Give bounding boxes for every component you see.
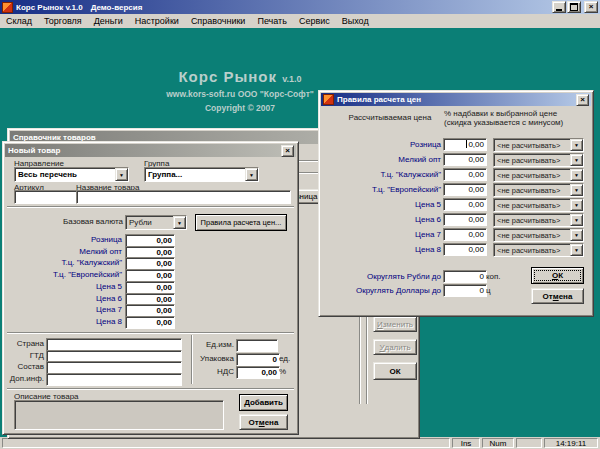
section-divider bbox=[7, 206, 294, 208]
app-icon bbox=[2, 2, 13, 13]
base-currency-combobox[interactable]: Рубли ▼ bbox=[125, 215, 187, 230]
new-product-title: Новый товар bbox=[5, 146, 60, 155]
price-rules-dialog: Правила расчета цен × Рассчитываемая цен… bbox=[318, 90, 594, 317]
article-input[interactable] bbox=[14, 190, 77, 204]
menu-item-dengi[interactable]: Деньги bbox=[88, 16, 129, 26]
rule-method-combobox[interactable]: <не расчитывать>▼ bbox=[493, 228, 584, 242]
price-label: Мелкий опт bbox=[7, 247, 122, 256]
menu-item-vyhod[interactable]: Выход bbox=[336, 16, 375, 26]
round-dollars-input[interactable]: 0 bbox=[443, 284, 487, 297]
rule-method-combobox[interactable]: <не расчитывать>▼ bbox=[493, 168, 584, 182]
chevron-down-icon[interactable]: ▼ bbox=[570, 139, 583, 151]
menu-bar: Склад Торговля Деньги Настройки Справочн… bbox=[0, 14, 600, 29]
maximize-button[interactable] bbox=[567, 1, 581, 13]
menu-item-servis[interactable]: Сервис bbox=[293, 16, 336, 26]
chevron-down-icon[interactable]: ▼ bbox=[570, 154, 583, 166]
rule-label: Цена 8 bbox=[323, 245, 441, 254]
unit-label: Ед.изм. bbox=[199, 340, 234, 349]
rule-label: Цена 5 bbox=[323, 200, 441, 209]
cancel-button[interactable]: Отмена bbox=[239, 414, 288, 430]
rule-markup-input[interactable]: 0,00 bbox=[443, 243, 487, 256]
round-rubles-label: Округлять Рубли до bbox=[323, 272, 441, 281]
main-titlebar: Корс Рынок v.1.0 Демо-версия × bbox=[0, 0, 600, 14]
price-label: Цена 7 bbox=[7, 305, 122, 314]
maximize-icon bbox=[570, 3, 578, 11]
app-icon bbox=[323, 94, 334, 105]
vat-unit-label: % bbox=[279, 367, 286, 376]
rule-markup-input[interactable]: 0,00 bbox=[443, 183, 487, 196]
unit-input[interactable] bbox=[236, 339, 278, 352]
price-rules-titlebar[interactable]: Правила расчета цен × bbox=[321, 93, 591, 106]
price-rules-button[interactable]: Правила расчета цен... bbox=[195, 214, 287, 231]
ok-button[interactable]: ОК bbox=[373, 362, 417, 380]
main-window-title: Корс Рынок v.1.0 bbox=[13, 3, 83, 12]
menu-item-sklad[interactable]: Склад bbox=[0, 16, 38, 26]
chevron-down-icon[interactable]: ▼ bbox=[570, 169, 583, 181]
status-clock: 14:19:11 bbox=[544, 438, 598, 448]
chevron-down-icon[interactable]: ▼ bbox=[245, 168, 258, 181]
status-message-panel bbox=[2, 438, 450, 448]
delete-button[interactable]: Удалить bbox=[373, 339, 417, 355]
packing-label: Упаковка bbox=[199, 354, 234, 363]
add-button[interactable]: Добавить bbox=[239, 394, 288, 411]
rule-method-combobox[interactable]: <не расчитывать>▼ bbox=[493, 198, 584, 212]
demo-mode-label: Демо-версия bbox=[83, 3, 143, 12]
price-label: Цена 5 bbox=[7, 282, 122, 291]
extra-info-label: Доп.инф. bbox=[7, 374, 44, 383]
rule-method-combobox[interactable]: <не расчитывать>▼ bbox=[493, 243, 584, 257]
cancel-button[interactable]: Отмена bbox=[531, 288, 584, 304]
close-icon: × bbox=[589, 3, 594, 11]
menu-item-torgovlya[interactable]: Торговля bbox=[38, 16, 88, 26]
rule-markup-input[interactable]: 0,00 bbox=[443, 168, 487, 181]
rule-label: Цена 7 bbox=[323, 230, 441, 239]
rule-method-combobox[interactable]: <не расчитывать>▼ bbox=[493, 153, 584, 167]
new-product-titlebar[interactable]: Новый товар × bbox=[5, 144, 296, 157]
ok-button[interactable]: ОК bbox=[531, 267, 584, 284]
close-button[interactable]: × bbox=[584, 1, 598, 13]
chevron-down-icon[interactable]: ▼ bbox=[115, 168, 128, 181]
round-rubles-unit: коп. bbox=[486, 272, 501, 281]
menu-item-pechat[interactable]: Печать bbox=[251, 16, 292, 26]
chevron-down-icon[interactable]: ▼ bbox=[570, 214, 583, 226]
rule-markup-input[interactable]: 0,00 bbox=[443, 213, 487, 226]
rule-markup-input[interactable]: 0,00 bbox=[443, 138, 487, 151]
chevron-down-icon[interactable]: ▼ bbox=[570, 229, 583, 241]
round-dollars-unit: ц bbox=[486, 286, 491, 295]
rule-markup-input[interactable]: 0,00 bbox=[443, 228, 487, 241]
rule-method-combobox[interactable]: <не расчитывать>▼ bbox=[493, 213, 584, 227]
dialog-close-button[interactable]: × bbox=[576, 94, 589, 106]
status-ins-indicator: Ins bbox=[452, 438, 480, 448]
close-icon: × bbox=[580, 96, 585, 104]
rule-markup-input[interactable]: 0,00 bbox=[443, 153, 487, 166]
extra-info-input[interactable] bbox=[46, 373, 182, 386]
chevron-down-icon[interactable]: ▼ bbox=[570, 244, 583, 256]
dialog-close-button[interactable]: × bbox=[281, 145, 294, 157]
vat-input[interactable]: 0,00 bbox=[236, 366, 280, 379]
panel-divider bbox=[366, 314, 368, 404]
direction-combobox[interactable]: Весь перечень ▼ bbox=[14, 167, 129, 182]
rule-method-combobox[interactable]: <не расчитывать>▼ bbox=[493, 138, 584, 152]
group-combobox[interactable]: Группа... ▼ bbox=[144, 167, 259, 182]
rule-markup-input[interactable]: 0,00 bbox=[443, 198, 487, 211]
product-name-input[interactable] bbox=[76, 190, 291, 204]
chevron-down-icon[interactable]: ▼ bbox=[570, 199, 583, 211]
markup-header-line2: (скидка указывается с минусом) bbox=[444, 118, 589, 127]
round-rubles-input[interactable]: 0 bbox=[443, 270, 487, 283]
markup-header-line1: % надбавки к выбранной цене bbox=[444, 109, 589, 118]
chevron-down-icon[interactable]: ▼ bbox=[570, 184, 583, 196]
minimize-icon bbox=[556, 9, 562, 11]
menu-item-nastroyki[interactable]: Настройки bbox=[129, 16, 185, 26]
rule-method-combobox[interactable]: <не расчитывать>▼ bbox=[493, 183, 584, 197]
calculated-price-header: Рассчитываемая цена bbox=[334, 113, 446, 122]
country-label: Страна bbox=[7, 339, 44, 348]
price-input[interactable]: 0,00 bbox=[125, 316, 175, 329]
status-num-indicator: Num bbox=[482, 438, 514, 448]
price-label: Цена 8 bbox=[7, 317, 122, 326]
packing-input[interactable]: 0 bbox=[236, 353, 280, 366]
gtd-label: ГТД bbox=[7, 351, 44, 360]
edit-button[interactable]: Изменить bbox=[373, 316, 417, 332]
minimize-button[interactable] bbox=[552, 1, 566, 13]
menu-item-spravochniki[interactable]: Справочники bbox=[185, 16, 252, 26]
chevron-down-icon[interactable]: ▼ bbox=[173, 216, 186, 229]
description-textarea[interactable] bbox=[14, 400, 224, 430]
